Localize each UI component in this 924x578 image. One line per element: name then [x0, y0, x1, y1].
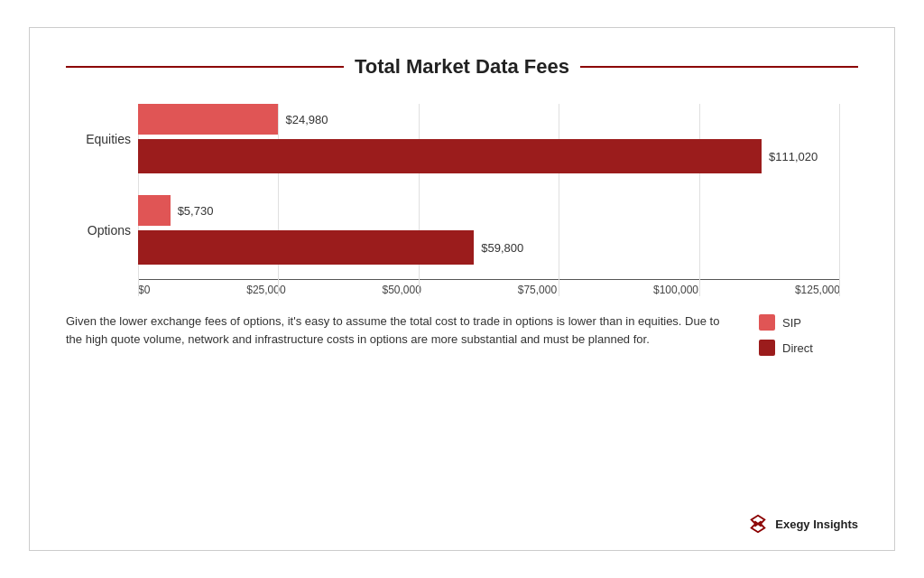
exegy-logo-icon — [748, 514, 768, 534]
options-direct-bar — [138, 230, 474, 265]
title-line-left — [66, 66, 344, 68]
x-ticks: $0 $25,000 $50,000 $75,000 $100,000 $125… — [138, 284, 840, 296]
x-tick-4: $100,000 — [653, 284, 698, 296]
equities-direct-label: $111,020 — [769, 150, 818, 163]
chart-card: Total Market Data Fees Equities $24,980 … — [29, 27, 895, 551]
x-tick-2: $50,000 — [382, 284, 420, 296]
x-axis-line — [138, 279, 840, 280]
options-direct-row: $59,800 — [138, 230, 840, 265]
options-sip-label: $5,730 — [178, 204, 214, 218]
branding-text: Exegy Insights — [775, 517, 858, 531]
chart-title: Total Market Data Fees — [355, 55, 569, 79]
options-sip-bar — [138, 195, 171, 226]
x-tick-0: $0 — [138, 284, 150, 296]
legend-direct-label: Direct — [782, 341, 813, 355]
legend-direct-color — [759, 340, 775, 356]
x-tick-1: $25,000 — [246, 284, 285, 296]
options-direct-label: $59,800 — [481, 241, 523, 255]
legend: SIP Direct — [759, 312, 858, 356]
description-text: Given the lower exchange fees of options… — [66, 312, 737, 349]
equities-sip-bar — [138, 104, 278, 135]
options-sip-row: $5,730 — [138, 195, 840, 226]
equities-group: Equities $24,980 $111,020 — [138, 104, 840, 173]
legend-sip: SIP — [759, 314, 858, 331]
equities-label: Equities — [66, 132, 131, 146]
options-label: Options — [66, 223, 131, 238]
bottom-section: Given the lower exchange fees of options… — [66, 312, 858, 356]
equities-direct-row: $111,020 — [138, 139, 840, 173]
equities-direct-bar — [138, 139, 762, 173]
options-group: Options $5,730 $59,800 — [138, 195, 840, 265]
title-line-right — [580, 66, 858, 68]
title-row: Total Market Data Fees — [66, 55, 858, 79]
x-tick-5: $125,000 — [795, 284, 840, 296]
equities-sip-row: $24,980 — [138, 104, 840, 135]
equities-sip-label: $24,980 — [285, 113, 328, 126]
x-tick-3: $75,000 — [518, 284, 557, 296]
legend-sip-color — [759, 314, 775, 331]
branding: Exegy Insights — [748, 514, 858, 534]
legend-direct: Direct — [759, 340, 858, 356]
legend-sip-label: SIP — [782, 316, 801, 330]
